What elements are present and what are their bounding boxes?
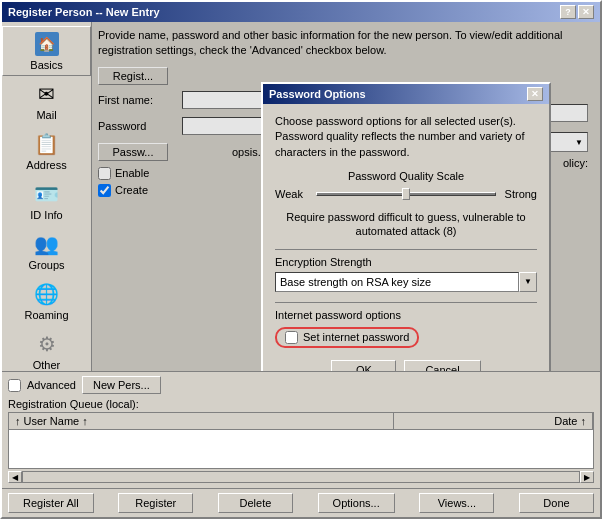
queue-label: Registration Queue (local): bbox=[8, 398, 594, 410]
table-header: ↑ User Name ↑ Date ↑ bbox=[8, 412, 594, 429]
views-button[interactable]: Views... bbox=[419, 493, 494, 513]
encryption-dropdown-button[interactable]: ▼ bbox=[519, 272, 537, 292]
sidebar-item-groups[interactable]: 👥 Groups bbox=[2, 226, 91, 276]
encryption-value: Base strength on RSA key size bbox=[280, 276, 431, 288]
title-bar-buttons: ? ✕ bbox=[560, 5, 594, 19]
encryption-dropdown-row: Base strength on RSA key size ▼ bbox=[275, 272, 537, 292]
scale-note: Require password difficult to guess, vul… bbox=[275, 210, 537, 239]
ok-button[interactable]: OK bbox=[331, 360, 396, 371]
sidebar-label-id: ID Info bbox=[30, 209, 62, 221]
advanced-row: Advanced New Pers... bbox=[8, 376, 594, 394]
scale-thumb[interactable] bbox=[402, 188, 410, 200]
help-button[interactable]: ? bbox=[560, 5, 576, 19]
set-internet-password-label: Set internet password bbox=[303, 331, 409, 343]
sidebar-label-roaming: Roaming bbox=[24, 309, 68, 321]
sidebar-label-basics: Basics bbox=[30, 59, 62, 71]
window-title: Register Person -- New Entry bbox=[8, 6, 160, 18]
sidebar-item-id-info[interactable]: 🪪 ID Info bbox=[2, 176, 91, 226]
internet-label: Internet password options bbox=[275, 309, 537, 321]
divider1 bbox=[275, 249, 537, 250]
encryption-label: Encryption Strength bbox=[275, 256, 537, 268]
column-date[interactable]: Date ↑ bbox=[394, 413, 593, 429]
options-button[interactable]: Options... bbox=[318, 493, 395, 513]
sidebar-item-roaming[interactable]: 🌐 Roaming bbox=[2, 276, 91, 326]
modal-close-button[interactable]: ✕ bbox=[527, 87, 543, 101]
mail-icon: ✉ bbox=[31, 81, 63, 107]
set-password-row: Set internet password bbox=[275, 327, 537, 348]
sidebar-label-mail: Mail bbox=[36, 109, 56, 121]
main-content: 🏠 Basics ✉ Mail 📋 Address 🪪 ID Info 👥 Gr… bbox=[2, 22, 600, 371]
username-col-label: ↑ User Name ↑ bbox=[15, 415, 88, 427]
internet-section: Internet password options Set internet p… bbox=[275, 309, 537, 348]
strong-label: Strong bbox=[502, 188, 537, 200]
modal-title: Password Options bbox=[269, 88, 366, 100]
scroll-left-btn[interactable]: ◀ bbox=[8, 471, 22, 483]
right-content: Provide name, password and other basic i… bbox=[92, 22, 600, 371]
password-options-dialog: Password Options ✕ Choose password optio… bbox=[261, 82, 551, 371]
basics-icon: 🏠 bbox=[31, 31, 63, 57]
set-internet-password-highlight: Set internet password bbox=[275, 327, 419, 348]
sidebar-item-basics[interactable]: 🏠 Basics bbox=[2, 26, 91, 76]
sidebar-label-other: Other bbox=[33, 359, 61, 371]
sidebar-label-address: Address bbox=[26, 159, 66, 171]
delete-button[interactable]: Delete bbox=[218, 493, 293, 513]
modal-body: Choose password options for all selected… bbox=[263, 104, 549, 371]
scrollbar-track[interactable] bbox=[22, 471, 580, 483]
sidebar-item-mail[interactable]: ✉ Mail bbox=[2, 76, 91, 126]
other-icon: ⚙ bbox=[31, 331, 63, 357]
set-internet-password-checkbox[interactable] bbox=[285, 331, 298, 344]
scroll-right-btn[interactable]: ▶ bbox=[580, 471, 594, 483]
main-window: Register Person -- New Entry ? ✕ 🏠 Basic… bbox=[0, 0, 602, 519]
modal-description: Choose password options for all selected… bbox=[275, 114, 537, 160]
divider2 bbox=[275, 302, 537, 303]
register-all-button[interactable]: Register All bbox=[8, 493, 94, 513]
title-bar: Register Person -- New Entry ? ✕ bbox=[2, 2, 600, 22]
sidebar-label-groups: Groups bbox=[28, 259, 64, 271]
register-button-bottom[interactable]: Register bbox=[118, 493, 193, 513]
date-col-label: Date ↑ bbox=[554, 415, 586, 427]
done-button[interactable]: Done bbox=[519, 493, 594, 513]
bottom-buttons-bar: Register All Register Delete Options... … bbox=[2, 488, 600, 517]
modal-title-bar: Password Options ✕ bbox=[263, 84, 549, 104]
close-button[interactable]: ✕ bbox=[578, 5, 594, 19]
id-icon: 🪪 bbox=[31, 181, 63, 207]
scrollbar-area: ◀ ▶ bbox=[8, 470, 594, 484]
column-username[interactable]: ↑ User Name ↑ bbox=[9, 413, 394, 429]
encryption-select[interactable]: Base strength on RSA key size bbox=[275, 272, 519, 292]
sidebar-item-other[interactable]: ⚙ Other bbox=[2, 326, 91, 371]
table-body bbox=[8, 429, 594, 469]
groups-icon: 👥 bbox=[31, 231, 63, 257]
weak-label: Weak bbox=[275, 188, 310, 200]
advanced-checkbox[interactable] bbox=[8, 379, 21, 392]
modal-buttons: OK Cancel bbox=[275, 360, 537, 371]
bottom-section: Advanced New Pers... Registration Queue … bbox=[2, 371, 600, 488]
scale-row: Weak Strong bbox=[275, 188, 537, 200]
cancel-button[interactable]: Cancel bbox=[404, 360, 480, 371]
quality-scale: Password Quality Scale Weak Strong bbox=[275, 170, 537, 200]
new-pers-button[interactable]: New Pers... bbox=[82, 376, 161, 394]
advanced-label: Advanced bbox=[27, 379, 76, 391]
sidebar: 🏠 Basics ✉ Mail 📋 Address 🪪 ID Info 👥 Gr… bbox=[2, 22, 92, 371]
scale-title: Password Quality Scale bbox=[275, 170, 537, 182]
modal-overlay: Password Options ✕ Choose password optio… bbox=[92, 22, 600, 371]
scale-track[interactable] bbox=[316, 192, 496, 196]
roaming-icon: 🌐 bbox=[31, 281, 63, 307]
sidebar-item-address[interactable]: 📋 Address bbox=[2, 126, 91, 176]
address-icon: 📋 bbox=[31, 131, 63, 157]
